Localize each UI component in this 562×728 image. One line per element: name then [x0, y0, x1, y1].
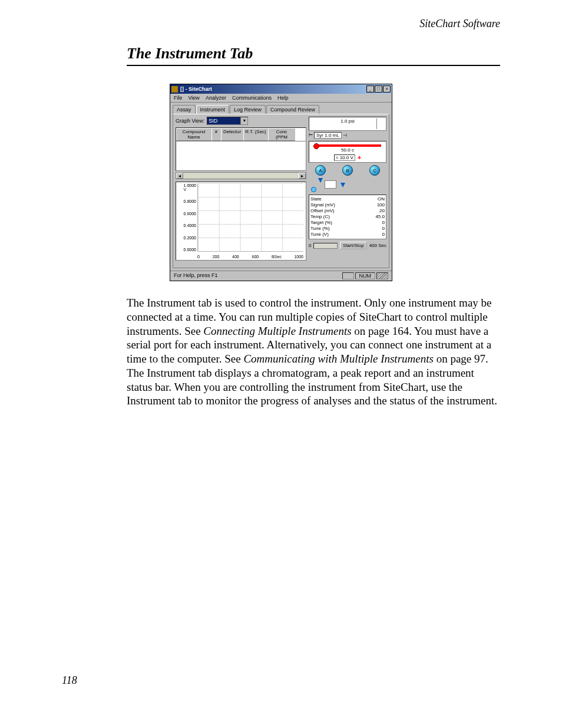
- tab-instrument[interactable]: Instrument: [196, 105, 230, 114]
- x-tick: BSec: [272, 255, 282, 259]
- target-value: 0: [382, 220, 385, 226]
- channel-c-button[interactable]: C: [369, 165, 380, 176]
- state-value: ON: [378, 196, 385, 202]
- tune-v-label: Tune (V): [310, 232, 329, 238]
- chart-plot-area[interactable]: [197, 183, 303, 252]
- statusbar-cell: [342, 272, 354, 279]
- x-tick: 1000: [294, 255, 303, 259]
- window-title: [] - SiteChart: [180, 86, 212, 92]
- x-tick: 400: [232, 255, 239, 259]
- channel-a-button[interactable]: A: [315, 165, 326, 176]
- signal-value: 100: [377, 202, 385, 208]
- temp-label: Temp (C): [310, 214, 330, 220]
- menu-help[interactable]: Help: [277, 95, 289, 101]
- graphview-combo[interactable]: SID ▼: [207, 117, 248, 125]
- minimize-button[interactable]: _: [366, 85, 374, 93]
- maximize-button[interactable]: □: [375, 85, 382, 93]
- col-compound-name[interactable]: Compound Name: [176, 128, 211, 141]
- col-detector[interactable]: Detector: [221, 128, 243, 141]
- temp-value-readout: 45.0: [375, 214, 385, 220]
- start-stop-button[interactable]: Start/Stop: [340, 242, 367, 249]
- flow-arrow-icon: [318, 178, 323, 183]
- flow-arrow-icon: [340, 183, 345, 187]
- page-number: 118: [62, 674, 77, 687]
- peak-table-body[interactable]: [176, 141, 306, 171]
- peak-table-header: Compound Name # Detector R.T. (Sec) Conc…: [176, 127, 306, 141]
- chart-x-axis: 0 200 400 600 BSec 1000: [197, 255, 303, 259]
- elapsed-zero: 0: [309, 243, 311, 248]
- y-tick: 0.8000: [184, 199, 196, 203]
- tab-panel-instrument: Graph View: SID ▼ Compound Name # Detect…: [173, 114, 389, 268]
- statusbar: For Help, press F1 NUM: [170, 271, 392, 281]
- thermometer-icon: [314, 144, 381, 147]
- x-tick: 200: [213, 255, 220, 259]
- menu-view[interactable]: View: [189, 95, 200, 101]
- chart-y-axis: 1.0000V 0.8000 0.6000 0.4000 0.2000 0.00…: [176, 182, 197, 260]
- menu-analyzer[interactable]: Analyzer: [206, 95, 226, 101]
- scroll-track[interactable]: [183, 173, 299, 179]
- resize-grip-icon[interactable]: [376, 272, 388, 279]
- menu-communications[interactable]: Communications: [232, 95, 272, 101]
- tabstrip: Assay Instrument Log Review Compound Rev…: [173, 105, 389, 114]
- signal-label: Signal (mV): [310, 202, 335, 208]
- pressure-gauge-icon: [376, 118, 385, 129]
- flow-box-icon: [325, 180, 336, 189]
- xref-communicating-multiple: Communicating with Multiple Instruments: [243, 353, 433, 365]
- y-tick: 0.0000: [184, 248, 196, 252]
- table-hscrollbar[interactable]: ◄ ►: [176, 172, 306, 179]
- menubar: File View Analyzer Communications Help: [170, 94, 392, 103]
- statusbar-help-text: For Help, press F1: [174, 272, 218, 279]
- run-control-bar: 0 Start/Stop 400 Sec: [309, 242, 386, 249]
- statusbar-num: NUM: [355, 272, 376, 279]
- graphview-value: SID: [207, 117, 240, 124]
- syringe-value: Syr 1.0 mL: [314, 132, 342, 139]
- flow-bubble-icon: [311, 187, 316, 192]
- tune-v-value: 0: [382, 232, 385, 238]
- x-tick: 0: [197, 255, 200, 259]
- chromatogram-chart[interactable]: 1.0000V 0.8000 0.6000 0.4000 0.2000 0.00…: [176, 182, 306, 261]
- tab-assay[interactable]: Assay: [173, 105, 196, 114]
- temp-value: 50.0 c: [310, 147, 385, 153]
- screenshot-figure: [] - SiteChart _ □ × File View Analyzer …: [62, 84, 500, 281]
- channel-b-button[interactable]: B: [342, 165, 353, 176]
- scroll-right-icon[interactable]: ►: [299, 173, 306, 179]
- progress-groove: [313, 243, 338, 249]
- voltage-value: = 10.0 V: [334, 154, 355, 161]
- x-tick: 600: [252, 255, 259, 259]
- col-number[interactable]: #: [211, 128, 221, 141]
- section-title: The Instrument Tab: [127, 45, 500, 66]
- app-window: [] - SiteChart _ □ × File View Analyzer …: [170, 84, 392, 281]
- col-rt[interactable]: R.T. (Sec): [243, 128, 268, 141]
- offset-value: 20: [379, 208, 385, 214]
- y-tick: 0.6000: [184, 212, 196, 216]
- tune-pct-value: 0: [382, 226, 385, 232]
- pressure-value: 1.0 psi: [310, 118, 385, 124]
- tab-compound-review[interactable]: Compound Review: [266, 105, 319, 114]
- temp-control: 50.0 c = 10.0 V +: [309, 141, 386, 163]
- state-label: State: [310, 196, 322, 202]
- running-header: SiteChart Software: [62, 18, 500, 30]
- target-label: Target (%): [310, 220, 332, 226]
- y-tick: 0.4000: [184, 223, 196, 228]
- titlebar: [] - SiteChart _ □ ×: [170, 84, 392, 94]
- tune-pct-label: Tune (%): [310, 226, 330, 232]
- col-conc[interactable]: Conc (PPM: [268, 128, 295, 141]
- syringe-row: ⊢ Syr 1.0 mL ⊣: [309, 132, 386, 139]
- offset-label: Offset (mV): [310, 208, 335, 214]
- xref-connecting-multiple: Connecting Multiple Instruments: [203, 325, 351, 337]
- scroll-left-icon[interactable]: ◄: [176, 173, 183, 179]
- tab-log-review[interactable]: Log Review: [230, 105, 266, 114]
- status-readout: StateON Signal (mV)100 Offset (mV)20 Tem…: [309, 195, 386, 239]
- close-button[interactable]: ×: [383, 85, 391, 93]
- menu-file[interactable]: File: [174, 95, 183, 101]
- body-paragraph: The Instrument tab is used to control th…: [127, 296, 500, 408]
- pressure-display: 1.0 psi: [309, 117, 386, 131]
- run-length-label: 400 Sec: [369, 243, 386, 248]
- y-tick: 0.2000: [184, 236, 196, 240]
- flow-diagram: [309, 178, 386, 192]
- y-tick: 1.0000V: [184, 183, 196, 192]
- combo-dropdown-icon[interactable]: ▼: [240, 117, 247, 124]
- graphview-label: Graph View:: [176, 118, 204, 124]
- plus-icon[interactable]: +: [358, 154, 361, 161]
- app-icon: [171, 86, 178, 93]
